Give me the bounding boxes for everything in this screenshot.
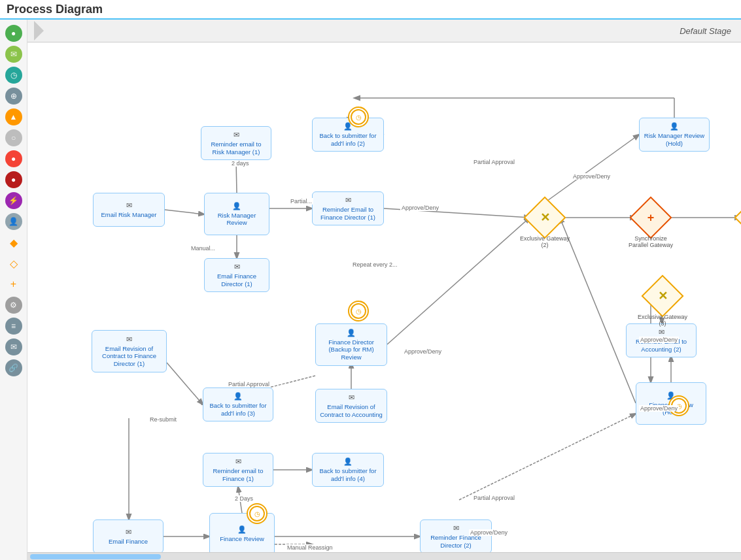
task-label-t9: Back to submitter for add'l info (3): [207, 402, 269, 417]
event-e1[interactable]: ◷: [348, 107, 369, 127]
task-icon-t11: 👤: [670, 122, 679, 131]
task-t4[interactable]: 👤Back to submitter for add'l info (2): [312, 118, 384, 152]
sidebar-icon-circle-green[interactable]: ●: [5, 25, 22, 42]
gateway-g1[interactable]: ✕: [523, 196, 566, 239]
task-icon-t8: ✉: [126, 335, 132, 344]
task-label-t10: Email Revision of Contract to Accounting: [320, 403, 383, 418]
flow-label-12: 2 Days: [233, 495, 254, 502]
task-t7[interactable]: 👤Finance Director (Backup for RM) Review: [315, 323, 387, 366]
task-t16[interactable]: ✉Reminder email to Finance (1): [203, 453, 273, 487]
task-t6[interactable]: ✉Reminder Email to Finance Director (1): [312, 191, 384, 225]
task-label-t18: Reminder Finance Director (2): [424, 534, 487, 549]
sidebar-icon-circle-dark-red[interactable]: ●: [5, 171, 22, 188]
flow-label-5: Manual...: [190, 245, 216, 252]
task-label-t5: Email Finance Director (1): [209, 272, 265, 288]
header: Process Diagram: [0, 0, 741, 20]
sidebar-icon-mail2[interactable]: ✉: [5, 338, 22, 355]
task-icon-t16: ✉: [235, 457, 241, 466]
task-label-t3: Reminder email to Risk Manager (1): [205, 140, 267, 156]
task-icon-t6: ✉: [345, 196, 351, 205]
sidebar-icon-warning-orange[interactable]: ▲: [5, 108, 22, 125]
flow-label-7: Approve/Deny: [403, 348, 443, 355]
flow-label-10: Approve/Deny: [639, 337, 679, 343]
main-layout: ●✉◷⊕▲○●●⚡👤◆◇+⚙≡✉🔗 Default Stage: [0, 20, 741, 560]
task-t3[interactable]: ✉Reminder email to Risk Manager (1): [201, 126, 271, 160]
sidebar-icon-mail-green[interactable]: ✉: [5, 46, 22, 63]
diagram-canvas[interactable]: ✉Email Risk Manager👤Risk Manager Review✉…: [27, 42, 741, 552]
flow-label-3: Partial Approval: [472, 159, 516, 165]
stage-label: Default Stage: [680, 26, 731, 36]
sidebar-icon-link[interactable]: 🔗: [5, 359, 22, 376]
canvas-wrapper: Default Stage: [27, 20, 741, 560]
svg-line-5: [387, 218, 530, 344]
task-t2[interactable]: 👤Risk Manager Review: [204, 193, 269, 235]
task-label-t16: Reminder email to Finance (1): [207, 467, 269, 482]
sidebar-icon-clock-teal[interactable]: ◷: [5, 67, 22, 84]
stage-header: Default Stage: [27, 20, 741, 42]
task-t8[interactable]: ✉Email Revision of Contract to Finance D…: [92, 330, 167, 372]
gateway-label-g2: Synchronize Parallel Gateway: [625, 235, 677, 248]
task-t14[interactable]: ✉Email Finance: [93, 519, 164, 552]
sidebar-icon-diamond2[interactable]: ◇: [5, 255, 22, 272]
task-label-t17: Back to submitter for add'l info (4): [317, 467, 379, 482]
task-icon-t18: ✉: [453, 524, 459, 533]
flow-label-4: Approve/Deny: [572, 173, 612, 180]
flow-label-8: Partial Approval: [227, 381, 271, 387]
task-label-t2: Risk Manager Review: [209, 212, 265, 227]
event-e3[interactable]: ◷: [247, 503, 267, 524]
task-t17[interactable]: 👤Back to submitter for add'l info (4): [312, 453, 384, 487]
flow-label-15: Approve/Deny: [469, 529, 509, 536]
flow-label-1: Partial...: [289, 198, 313, 205]
task-icon-t15: 👤: [237, 525, 247, 534]
task-t1[interactable]: ✉Email Risk Manager: [93, 193, 165, 227]
event-icon-e3: ◷: [249, 506, 265, 521]
task-icon-t12: ✉: [659, 328, 664, 337]
gateway-g2[interactable]: +: [629, 196, 672, 239]
gateway-label-g4: Exclusive Gateway (3): [636, 314, 689, 327]
flow-label-14: Partial Approval: [472, 495, 516, 501]
task-t18[interactable]: ✉Reminder Finance Director (2): [420, 519, 492, 552]
task-label-t15: Finance Review: [220, 535, 264, 542]
bottom-scrollbar[interactable]: [27, 552, 741, 560]
gateway-g4[interactable]: ✕: [641, 274, 683, 317]
page-title: Process Diagram: [7, 3, 103, 16]
sidebar-icon-diamond1[interactable]: ◆: [5, 234, 22, 251]
task-icon-t1: ✉: [126, 201, 132, 210]
sidebar-icon-circle-red[interactable]: ●: [5, 150, 22, 167]
diagram-inner: ✉Email Risk Manager👤Risk Manager Review✉…: [27, 42, 741, 552]
task-t10[interactable]: ✉Email Revision of Contract to Accountin…: [315, 389, 387, 423]
gateway-symbol-g1: ✕: [540, 210, 550, 225]
gateway-symbol-g2: +: [647, 211, 655, 225]
flow-label-2: Approve/Deny: [400, 205, 440, 211]
gateway-g3[interactable]: ✕: [734, 196, 741, 239]
event-icon-e1: ◷: [351, 109, 366, 125]
sidebar-icon-circle-outline[interactable]: ○: [5, 129, 22, 146]
event-e2[interactable]: ◷: [348, 301, 369, 321]
task-icon-t10: ✉: [349, 393, 354, 402]
stage-collapse-button[interactable]: [34, 21, 44, 41]
task-label-t11: Risk Manager Review (Hold): [644, 132, 705, 147]
sidebar: ●✉◷⊕▲○●●⚡👤◆◇+⚙≡✉🔗: [0, 20, 27, 560]
flow-label-9: Re-submit: [148, 416, 178, 423]
scroll-thumb[interactable]: [30, 554, 161, 559]
sidebar-icon-globe-blue[interactable]: ⊕: [5, 88, 22, 105]
sidebar-icon-person[interactable]: 👤: [5, 213, 22, 230]
event-icon-e2: ◷: [351, 303, 366, 319]
gateway-symbol-g4: ✕: [658, 289, 668, 303]
task-t9[interactable]: 👤Back to submitter for add'l info (3): [203, 387, 273, 421]
sidebar-icon-gear[interactable]: ⚙: [5, 297, 22, 314]
gateway-label-g1: Exclusive Gateway (2): [519, 235, 571, 248]
task-icon-t14: ✉: [126, 528, 131, 536]
task-icon-t5: ✉: [234, 263, 240, 271]
gateway-label-g3: Exclusive: [729, 235, 741, 242]
flow-label-6: Repeat every 2...: [351, 261, 399, 268]
sidebar-icon-lightning[interactable]: ⚡: [5, 192, 22, 209]
task-icon-t17: 👤: [343, 457, 353, 466]
task-t11[interactable]: 👤Risk Manager Review (Hold): [639, 118, 710, 152]
sidebar-icon-lines[interactable]: ≡: [5, 318, 22, 335]
sidebar-icon-diamond3[interactable]: +: [5, 276, 22, 293]
flow-label-16: Manual Reassign: [286, 544, 334, 551]
task-t5[interactable]: ✉Email Finance Director (1): [204, 258, 269, 292]
task-label-t7: Finance Director (Backup for RM) Review: [320, 338, 383, 361]
task-label-t1: Email Risk Manager: [101, 211, 157, 218]
